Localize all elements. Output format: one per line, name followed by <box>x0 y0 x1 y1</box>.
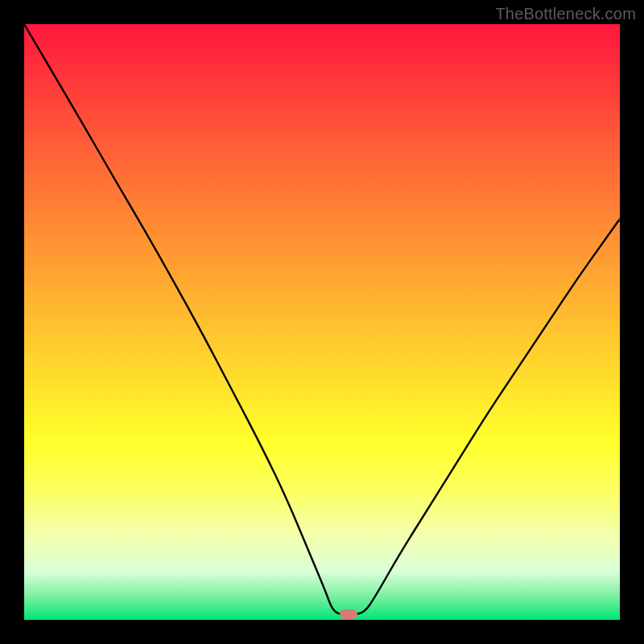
plot-area <box>24 24 620 620</box>
watermark-label: TheBottleneck.com <box>495 5 636 23</box>
gradient-background <box>24 24 620 620</box>
optimal-point-marker <box>340 609 357 619</box>
chart-frame: TheBottleneck.com <box>0 0 644 644</box>
